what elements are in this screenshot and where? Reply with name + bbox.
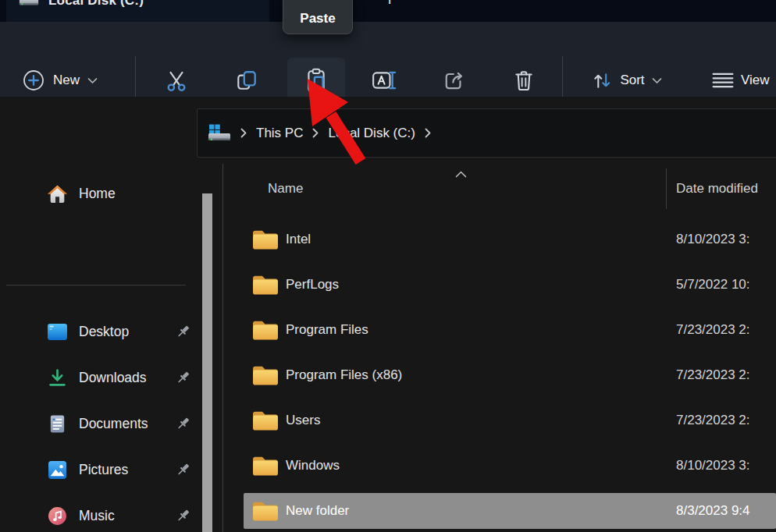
pin-icon [176, 416, 192, 432]
sidebar-item-pictures[interactable]: Pictures [0, 447, 201, 493]
file-date-modified: 7/23/2023 2: [676, 413, 776, 428]
tab-bar: Local Disk (C:) + [0, 0, 776, 22]
navigation-pane: Home Desktop Downloads Documents Picture… [0, 164, 201, 532]
file-row[interactable]: Intel 8/10/2023 3: [223, 217, 776, 262]
paste-icon [304, 68, 328, 93]
new-button-label: New [53, 73, 80, 88]
circle-plus-icon [22, 69, 45, 92]
column-separator[interactable] [666, 168, 667, 209]
share-icon [443, 69, 467, 92]
file-list-pane: Name Date modified Intel 8/10/2023 3: Pe… [223, 164, 776, 532]
file-date-modified: 8/10/2023 3: [676, 232, 776, 247]
sidebar-pinned-list: Desktop Downloads Documents Pictures Mus… [0, 309, 201, 532]
file-explorer-window: Local Disk (C:) + New [0, 0, 776, 532]
address-bar[interactable]: This PC Local Disk (C:) [197, 108, 776, 158]
sidebar-item-documents[interactable]: Documents [0, 401, 201, 447]
sort-ascending-chevron-icon [455, 171, 467, 178]
cut-icon [165, 69, 188, 92]
tab-title: Local Disk (C:) [48, 0, 144, 9]
file-row[interactable]: New folder 8/3/2023 9:4 [223, 488, 776, 532]
plus-icon: + [378, 0, 401, 11]
view-lines-icon [712, 72, 734, 89]
desktop-icon [47, 322, 68, 342]
folder-icon [251, 454, 279, 477]
documents-icon [47, 414, 68, 434]
file-date-modified: 7/23/2023 2: [676, 322, 776, 338]
sidebar-item-label: Pictures [79, 462, 128, 478]
pin-icon [176, 324, 192, 340]
sidebar-divider [6, 285, 186, 286]
breadcrumb-this-pc[interactable]: This PC [256, 126, 303, 141]
paste-tooltip: Paste [283, 0, 353, 34]
chevron-down-icon [87, 77, 98, 84]
file-name: Intel [286, 232, 311, 247]
file-name: Program Files (x86) [286, 367, 402, 383]
file-row[interactable]: Windows 8/10/2023 3: [223, 443, 776, 488]
breadcrumb-local-disk-c[interactable]: Local Disk (C:) [328, 126, 415, 141]
file-rows: Intel 8/10/2023 3: PerfLogs 5/7/2022 10:… [223, 217, 776, 532]
folder-icon [251, 273, 279, 296]
tab-local-disk-c[interactable]: Local Disk (C:) [6, 0, 269, 22]
breadcrumb-separator-icon [240, 127, 247, 139]
new-tab-button[interactable]: + [378, 0, 401, 22]
sort-arrows-icon [592, 71, 613, 90]
chevron-down-icon [652, 77, 662, 84]
file-date-modified: 8/10/2023 3: [676, 458, 776, 473]
pin-icon [176, 370, 192, 386]
pictures-icon [47, 460, 68, 480]
file-row[interactable]: Users 7/23/2023 2: [223, 398, 776, 443]
file-name: PerfLogs [286, 277, 339, 293]
sidebar-item-downloads[interactable]: Downloads [0, 355, 201, 401]
sidebar-item-label: Music [79, 508, 115, 524]
delete-icon [513, 69, 535, 92]
folder-icon [251, 228, 279, 251]
file-date-modified: 5/7/2022 10: [676, 277, 776, 293]
breadcrumb-separator-icon [311, 127, 319, 139]
copy-icon [235, 69, 258, 92]
sidebar-item-label: Documents [79, 416, 148, 432]
sidebar-item-music[interactable]: Music [0, 493, 201, 532]
sidebar-item-label: Home [79, 186, 116, 202]
pin-icon [176, 508, 192, 524]
drive-icon [208, 123, 231, 144]
sort-button-label: Sort [620, 73, 644, 88]
file-date-modified: 8/3/2023 9:4 [676, 503, 776, 519]
file-row[interactable]: Program Files (x86) 7/23/2023 2: [223, 353, 776, 398]
file-row[interactable]: PerfLogs 5/7/2022 10: [223, 262, 776, 307]
home-icon [47, 184, 68, 204]
folder-icon [251, 318, 279, 342]
folder-icon [251, 499, 279, 523]
navigation-bar: This PC Local Disk (C:) [0, 97, 776, 164]
folder-icon [251, 409, 279, 432]
drive-icon [19, 0, 39, 22]
file-date-modified: 7/23/2023 2: [676, 367, 776, 383]
folder-icon [251, 364, 279, 387]
file-name: Users [286, 413, 320, 428]
downloads-icon [47, 368, 68, 388]
sidebar-item-home[interactable]: Home [0, 175, 201, 212]
paste-tooltip-label: Paste [300, 11, 335, 27]
sidebar-item-desktop[interactable]: Desktop [0, 309, 201, 355]
sidebar-scrollbar-thumb[interactable] [202, 193, 212, 532]
main-area: Home Desktop Downloads Documents Picture… [0, 164, 776, 532]
rename-icon [372, 69, 397, 91]
pin-icon [176, 462, 192, 478]
column-header-name[interactable]: Name [268, 181, 303, 197]
file-name: Program Files [286, 322, 368, 338]
breadcrumb-separator-icon [424, 127, 432, 139]
file-list-header: Name Date modified [223, 164, 776, 215]
sidebar-item-label: Desktop [79, 324, 129, 340]
file-row[interactable]: Program Files 7/23/2023 2: [223, 307, 776, 353]
command-toolbar: New [0, 22, 776, 97]
view-button-label: View [741, 73, 770, 88]
file-name: Windows [286, 458, 340, 473]
music-icon [47, 506, 68, 526]
column-header-date-modified[interactable]: Date modified [676, 181, 776, 197]
file-name: New folder [286, 503, 349, 519]
sidebar-item-label: Downloads [79, 370, 147, 386]
